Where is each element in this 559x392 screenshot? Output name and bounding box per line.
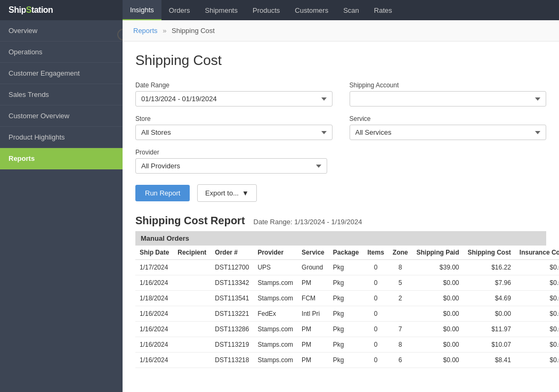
cell-package: Pkg <box>329 291 363 306</box>
sidebar-item-customer-engagement[interactable]: Customer Engagement <box>0 63 123 84</box>
nav-tab-rates[interactable]: Rates <box>367 0 400 20</box>
cell-service: Ground <box>297 260 329 275</box>
cell-provider: Stamps.com <box>253 275 297 291</box>
sidebar-item-product-highlights[interactable]: Product Highlights <box>0 127 123 148</box>
cell-shipping-cost: $11.97 <box>464 322 515 337</box>
table-row: 1/16/2024 DST113221 FedEx Intl Pri Pkg 0… <box>135 306 559 322</box>
service-label: Service <box>350 115 547 123</box>
report-title: Shipping Cost Report <box>135 215 245 227</box>
cell-ship-date: 1/16/2024 <box>135 306 173 322</box>
col-header-items: Items <box>363 246 388 260</box>
col-header-shipping-cost: Shipping Cost <box>464 246 515 260</box>
cell-ship-date: 1/18/2024 <box>135 291 173 306</box>
report-header: Shipping Cost Report Date Range: 1/13/20… <box>135 215 546 227</box>
export-button[interactable]: Export to... ▼ <box>197 184 257 202</box>
provider-select[interactable]: All Providers <box>135 158 327 174</box>
cell-items: 0 <box>363 291 388 306</box>
cell-order-num: DST113221 <box>210 306 253 322</box>
cell-items: 0 <box>363 353 388 368</box>
manual-orders-section-header: Manual Orders <box>135 231 546 246</box>
cell-shipping-cost: $4.69 <box>464 291 515 306</box>
cell-insurance-cost: $0.00 <box>515 306 559 322</box>
col-header-recipient: Recipient <box>173 246 210 260</box>
shipping-cost-table: Ship Date Recipient Order # Provider Ser… <box>135 246 559 368</box>
date-range-select[interactable]: 01/13/2024 - 01/19/2024 <box>135 91 333 107</box>
col-header-insurance-cost: Insurance Cost <box>515 246 559 260</box>
cell-shipping-paid: $0.00 <box>412 291 464 306</box>
cell-provider: UPS <box>253 260 297 275</box>
cell-items: 0 <box>363 275 388 291</box>
service-select[interactable]: All Services <box>350 125 547 140</box>
cell-order-num: DST113218 <box>210 353 253 368</box>
sidebar-item-operations[interactable]: Operations <box>0 42 123 63</box>
run-report-button[interactable]: Run Report <box>135 185 190 201</box>
cell-provider: Stamps.com <box>253 353 297 368</box>
cell-order-num: DST113219 <box>210 337 253 353</box>
cell-insurance-cost: $0.00 <box>515 322 559 337</box>
nav-tab-insights[interactable]: Insights <box>123 0 161 20</box>
cell-provider: Stamps.com <box>253 322 297 337</box>
cell-zone: 5 <box>388 275 412 291</box>
cell-shipping-paid: $39.00 <box>412 260 464 275</box>
cell-zone: 8 <box>388 337 412 353</box>
cell-shipping-paid: $0.00 <box>412 322 464 337</box>
cell-zone: 6 <box>388 353 412 368</box>
cell-ship-date: 1/16/2024 <box>135 322 173 337</box>
cell-zone <box>388 306 412 322</box>
col-header-provider: Provider <box>253 246 297 260</box>
store-label: Store <box>135 115 333 123</box>
cell-package: Pkg <box>329 306 363 322</box>
logo-area: ShipStation <box>0 0 123 20</box>
nav-tab-scan[interactable]: Scan <box>336 0 367 20</box>
report-section: Shipping Cost Report Date Range: 1/13/20… <box>135 215 546 368</box>
shipping-account-filter: Shipping Account <box>350 81 547 107</box>
cell-items: 0 <box>363 337 388 353</box>
cell-shipping-cost: $7.96 <box>464 275 515 291</box>
cell-insurance-cost: $0.00 <box>515 337 559 353</box>
breadcrumb: Reports » Shipping Cost <box>123 20 559 42</box>
action-buttons: Run Report Export to... ▼ <box>135 184 546 202</box>
cell-recipient <box>173 353 210 368</box>
cell-package: Pkg <box>329 353 363 368</box>
shipping-account-label: Shipping Account <box>350 81 547 89</box>
cell-package: Pkg <box>329 322 363 337</box>
filter-section: Date Range 01/13/2024 - 01/19/2024 Shipp… <box>135 81 546 140</box>
page-title: Shipping Cost <box>135 52 546 69</box>
sidebar-item-sales-trends[interactable]: Sales Trends <box>0 84 123 105</box>
cell-package: Pkg <box>329 260 363 275</box>
col-header-service: Service <box>297 246 329 260</box>
nav-tab-customers[interactable]: Customers <box>287 0 336 20</box>
nav-tab-shipments[interactable]: Shipments <box>198 0 245 20</box>
nav-tab-orders[interactable]: Orders <box>161 0 198 20</box>
sidebar: ‹ Overview Operations Customer Engagemen… <box>0 20 123 392</box>
cell-service: PM <box>297 337 329 353</box>
cell-ship-date: 1/16/2024 <box>135 275 173 291</box>
shipping-account-select[interactable] <box>350 91 547 107</box>
cell-order-num: DST113286 <box>210 322 253 337</box>
sidebar-item-customer-overview[interactable]: Customer Overview <box>0 105 123 127</box>
col-header-ship-date: Ship Date <box>135 246 173 260</box>
col-header-shipping-paid: Shipping Paid <box>412 246 464 260</box>
page-body: Shipping Cost Date Range 01/13/2024 - 01… <box>123 42 559 379</box>
table-row: 1/16/2024 DST113218 Stamps.com PM Pkg 0 … <box>135 353 559 368</box>
store-select[interactable]: All Stores <box>135 125 333 140</box>
service-filter: Service All Services <box>350 115 547 140</box>
nav-tab-products[interactable]: Products <box>245 0 287 20</box>
cell-shipping-paid: $0.00 <box>412 353 464 368</box>
cell-zone: 7 <box>388 322 412 337</box>
cell-service: FCM <box>297 291 329 306</box>
cell-items: 0 <box>363 306 388 322</box>
table-row: 1/17/2024 DST112700 UPS Ground Pkg 0 8 $… <box>135 260 559 275</box>
cell-shipping-cost: $10.07 <box>464 337 515 353</box>
export-button-label: Export to... <box>205 189 239 197</box>
cell-shipping-cost: $8.41 <box>464 353 515 368</box>
breadcrumb-parent-link[interactable]: Reports <box>133 27 158 35</box>
breadcrumb-separator: » <box>163 27 166 35</box>
cell-service: PM <box>297 353 329 368</box>
col-header-order: Order # <box>210 246 253 260</box>
cell-provider: Stamps.com <box>253 291 297 306</box>
breadcrumb-current: Shipping Cost <box>172 27 215 35</box>
sidebar-item-overview[interactable]: Overview <box>0 20 123 42</box>
sidebar-item-reports[interactable]: Reports <box>0 148 123 169</box>
col-header-package: Package <box>329 246 363 260</box>
